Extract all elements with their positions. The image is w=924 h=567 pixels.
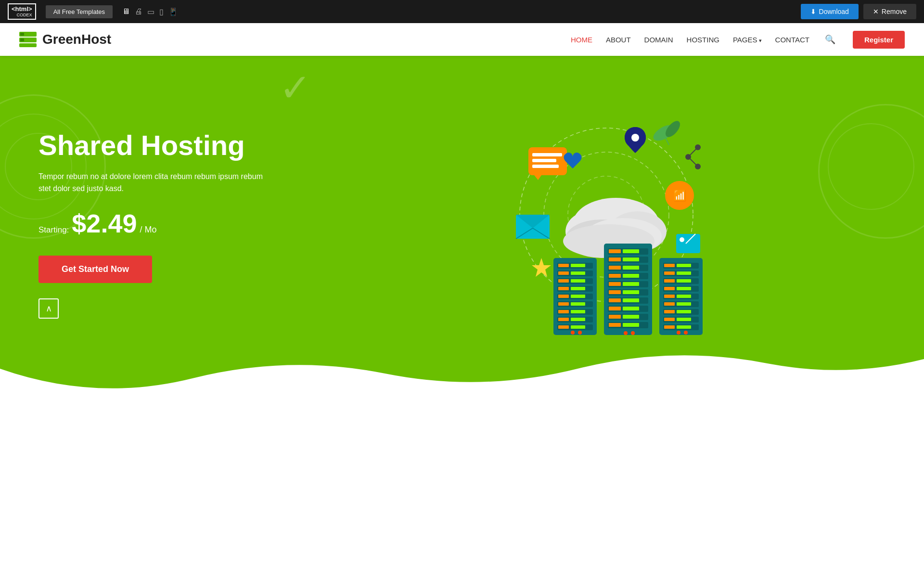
get-started-button[interactable]: Get Started Now: [38, 256, 152, 283]
svg-rect-29: [571, 295, 585, 298]
svg-rect-3: [20, 33, 24, 36]
svg-rect-85: [664, 279, 675, 283]
tablet-portrait-icon[interactable]: ▯: [159, 7, 164, 16]
svg-rect-70: [609, 315, 621, 319]
svg-rect-20: [571, 271, 585, 275]
monitor-icon[interactable]: 🖨: [135, 7, 142, 16]
register-button[interactable]: Register: [853, 31, 905, 49]
price-period: / Mo: [140, 225, 156, 235]
hero-title: Shared Hosting: [38, 130, 327, 161]
svg-point-106: [684, 331, 688, 335]
nav-domain[interactable]: DOMAIN: [644, 36, 673, 44]
svg-rect-89: [677, 287, 691, 290]
chevron-up-icon: ∧: [46, 303, 52, 314]
remove-button[interactable]: ✕ Remove: [863, 4, 916, 19]
svg-rect-88: [664, 287, 675, 290]
svg-rect-82: [664, 271, 675, 275]
svg-rect-28: [558, 295, 569, 298]
svg-rect-71: [623, 315, 639, 319]
svg-point-75: [624, 331, 628, 335]
hero-left: Shared Hosting Tempor rebum no at dolore…: [38, 130, 327, 319]
server-illustration: 📶: [505, 109, 707, 340]
site-navbar: GreenHost HOME ABOUT DOMAIN HOSTING PAGE…: [0, 23, 924, 56]
svg-rect-32: [571, 302, 585, 306]
svg-rect-47: [623, 249, 639, 253]
svg-line-128: [688, 157, 698, 167]
hero-price: Starting: $2.49 / Mo: [38, 208, 327, 238]
nav-about[interactable]: ABOUT: [606, 36, 631, 44]
svg-rect-110: [532, 165, 559, 168]
download-icon: ⬇: [810, 8, 816, 15]
svg-rect-22: [558, 279, 569, 283]
svg-rect-58: [609, 282, 621, 286]
device-preview-icons: 🖥 🖨 ▭ ▯ 📱: [122, 7, 178, 16]
hero-content: Shared Hosting Tempor rebum no at dolore…: [0, 56, 924, 402]
svg-rect-34: [558, 310, 569, 313]
svg-rect-109: [532, 159, 556, 162]
svg-rect-103: [664, 325, 675, 329]
svg-rect-61: [609, 290, 621, 294]
nav-hosting[interactable]: HOSTING: [687, 36, 719, 44]
logo-icon: [19, 32, 37, 47]
hero-description: Tempor rebum no at dolore lorem clita re…: [38, 170, 270, 195]
svg-rect-73: [609, 323, 621, 327]
nav-pages[interactable]: PAGES: [733, 36, 762, 44]
svg-rect-35: [571, 310, 585, 313]
svg-marker-116: [532, 258, 551, 277]
desktop-icon[interactable]: 🖥: [122, 7, 130, 16]
svg-rect-94: [664, 302, 675, 306]
svg-rect-98: [677, 310, 691, 313]
price-amount: $2.49: [72, 208, 137, 238]
svg-rect-121: [676, 234, 700, 253]
svg-rect-52: [609, 266, 621, 270]
mobile-icon[interactable]: 📱: [168, 7, 178, 16]
toolbar-right: ⬇ Download ✕ Remove: [801, 4, 916, 19]
svg-rect-40: [558, 325, 569, 329]
svg-rect-23: [571, 279, 585, 283]
svg-point-118: [631, 134, 639, 142]
svg-rect-79: [664, 264, 675, 267]
svg-rect-83: [677, 271, 691, 275]
svg-rect-59: [623, 282, 639, 286]
svg-point-42: [571, 331, 575, 335]
nav-contact[interactable]: CONTACT: [775, 36, 809, 44]
svg-rect-2: [19, 43, 37, 47]
svg-point-43: [578, 331, 582, 335]
svg-rect-64: [609, 298, 621, 302]
svg-rect-19: [558, 271, 569, 275]
site-logo: GreenHost: [19, 32, 111, 47]
svg-rect-49: [609, 258, 621, 261]
toolbar: <html> CODEX All Free Templates 🖥 🖨 ▭ ▯ …: [0, 0, 924, 23]
svg-text:📶: 📶: [673, 189, 687, 202]
search-icon[interactable]: 🔍: [825, 34, 835, 45]
scroll-up-button[interactable]: ∧: [38, 298, 59, 319]
svg-rect-104: [677, 325, 691, 329]
svg-rect-4: [20, 39, 24, 41]
hero-illustration: 📶: [327, 109, 886, 340]
svg-rect-41: [571, 325, 585, 329]
nav-home[interactable]: HOME: [571, 36, 592, 44]
site-logo-text: GreenHost: [42, 32, 111, 47]
svg-rect-17: [571, 264, 585, 267]
all-free-templates-button[interactable]: All Free Templates: [46, 5, 113, 18]
svg-point-122: [680, 237, 684, 242]
svg-rect-31: [558, 302, 569, 306]
svg-rect-53: [623, 266, 639, 270]
svg-rect-37: [558, 318, 569, 321]
htmlcodex-logo: <html> CODEX: [8, 3, 36, 20]
tablet-landscape-icon[interactable]: ▭: [147, 7, 154, 16]
price-starting-label: Starting:: [38, 225, 69, 235]
svg-rect-101: [677, 318, 691, 321]
nav-links: HOME ABOUT DOMAIN HOSTING PAGES CONTACT …: [571, 31, 905, 49]
svg-rect-38: [571, 318, 585, 321]
download-button[interactable]: ⬇ Download: [801, 4, 859, 19]
svg-rect-80: [677, 264, 691, 267]
svg-point-76: [631, 331, 635, 335]
svg-line-127: [688, 147, 698, 157]
svg-rect-91: [664, 295, 675, 298]
svg-rect-74: [623, 323, 639, 327]
svg-rect-25: [558, 287, 569, 290]
svg-rect-26: [571, 287, 585, 290]
svg-rect-86: [677, 279, 691, 283]
page-bottom: [0, 402, 924, 470]
